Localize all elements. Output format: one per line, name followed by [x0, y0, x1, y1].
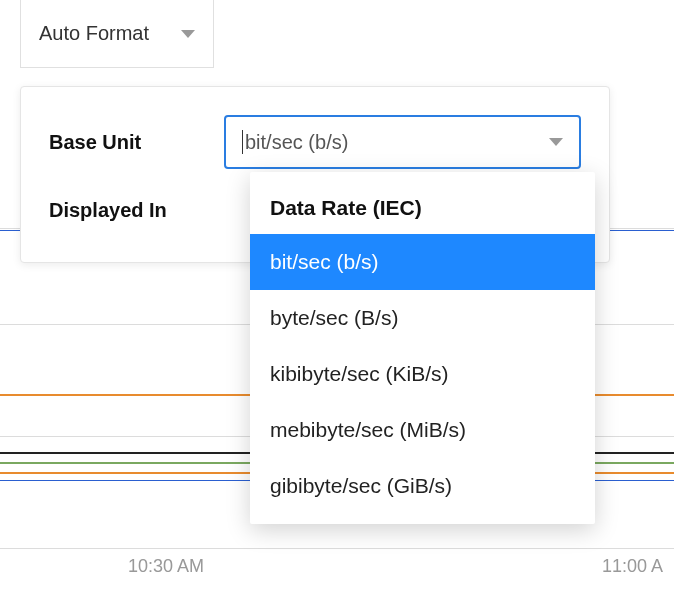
base-unit-value: bit/sec (b/s) [245, 131, 348, 154]
displayed-in-label: Displayed In [49, 199, 224, 222]
chart-axis-line [0, 548, 674, 549]
text-cursor [242, 130, 243, 154]
axis-tick-label: 10:30 AM [128, 556, 204, 577]
base-unit-select[interactable]: bit/sec (b/s) [224, 115, 581, 169]
base-unit-label: Base Unit [49, 131, 224, 154]
dropdown-option-bit-sec[interactable]: bit/sec (b/s) [250, 234, 595, 290]
chevron-down-icon [181, 30, 195, 38]
dropdown-option-mebibyte-sec[interactable]: mebibyte/sec (MiB/s) [250, 402, 595, 458]
tab-label: Auto Format [39, 22, 149, 45]
dropdown-option-byte-sec[interactable]: byte/sec (B/s) [250, 290, 595, 346]
dropdown-group-header: Data Rate (IEC) [250, 182, 595, 234]
dropdown-option-kibibyte-sec[interactable]: kibibyte/sec (KiB/s) [250, 346, 595, 402]
dropdown-option-gibibyte-sec[interactable]: gibibyte/sec (GiB/s) [250, 458, 595, 514]
base-unit-dropdown: Data Rate (IEC) bit/sec (b/s) byte/sec (… [250, 172, 595, 524]
chevron-down-icon [549, 138, 563, 146]
tab-auto-format[interactable]: Auto Format [20, 0, 214, 68]
axis-tick-label: 11:00 A [602, 556, 663, 577]
base-unit-row: Base Unit bit/sec (b/s) [49, 115, 581, 169]
